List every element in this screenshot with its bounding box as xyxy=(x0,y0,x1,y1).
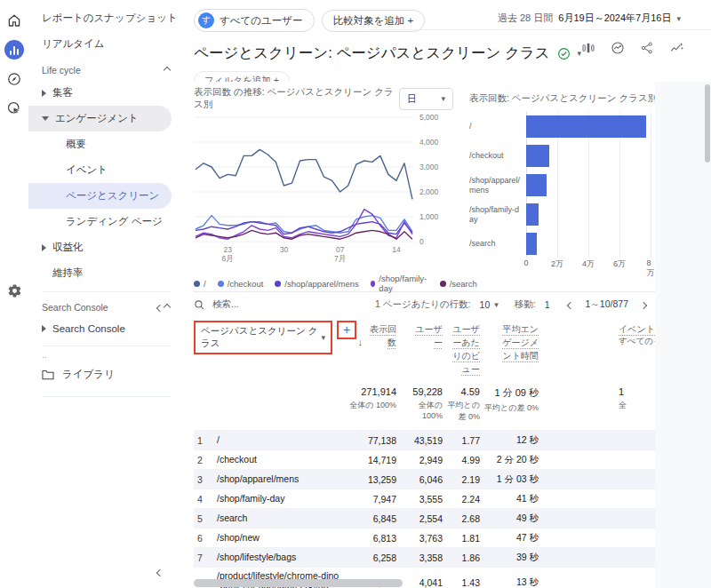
settings-gear-icon[interactable] xyxy=(4,281,24,300)
table-header: ページパスとスクリーン クラス▾ + ↓表示回数 ユーザー ユーザーあたりのビュ… xyxy=(194,317,655,430)
row-page-path: /checkout xyxy=(217,451,348,469)
column-header-views-per-user[interactable]: ユーザーあたりのビュー xyxy=(444,317,482,377)
goto-page-input[interactable]: 1 xyxy=(545,299,550,310)
svg-text:2,000: 2,000 xyxy=(419,187,439,196)
next-page-icon[interactable] xyxy=(637,298,650,312)
sidebar-ellipsis: .. xyxy=(28,348,182,362)
row-cell: 3 xyxy=(194,474,217,485)
sidebar-item-ページとスクリーン[interactable]: ページとスクリーン xyxy=(28,183,172,209)
column-header-events[interactable]: イベント数 すべてのイベント xyxy=(540,317,655,377)
row-cell: 3,555 xyxy=(398,494,444,505)
sidebar-item-ランディング-ページ[interactable]: ランディング ページ xyxy=(28,209,182,234)
sidebar-item-Search-Console[interactable]: Search Console xyxy=(28,317,182,340)
charts-row: 表示回数 の推移: ページパスとスクリーン クラス別 日 ▾ 01,0002,0… xyxy=(194,82,655,288)
bar-chart-axis: 02万4万6万8万 xyxy=(526,258,651,271)
svg-text:7月: 7月 xyxy=(334,254,346,263)
explore-icon[interactable] xyxy=(4,69,24,89)
annotation-red-box: ページパスとスクリーン クラス▾ xyxy=(194,321,332,354)
horizontal-scrollbar[interactable] xyxy=(194,579,403,587)
interval-value: 日 xyxy=(407,92,417,106)
legend-dot-icon xyxy=(371,281,376,287)
folder-icon xyxy=(42,369,54,380)
table-row[interactable]: 5/search6,8452,5542.6849 秒 xyxy=(194,508,655,528)
home-icon[interactable] xyxy=(4,11,24,30)
interval-select[interactable]: 日 ▾ xyxy=(399,88,453,110)
row-page-path: /shop/lifestyle/bags xyxy=(217,549,348,567)
table-row[interactable]: 6/shop/new6,8133,7631.8147 秒 xyxy=(194,528,655,547)
analytics-insights-sparkline-icon[interactable] xyxy=(669,41,684,59)
sidebar-item-維持率[interactable]: 維持率 xyxy=(28,260,182,286)
sidebar-item-realtime[interactable]: リアルタイム xyxy=(28,31,182,57)
column-header-users[interactable]: ユーザー xyxy=(398,317,444,377)
axis-tick-label: 4万 xyxy=(582,258,595,270)
bar-chart[interactable]: //checkout/shop/apparel/mens/shop/family… xyxy=(469,112,655,271)
row-cell: 39 秒 xyxy=(482,552,540,564)
sidebar-item-snapshot[interactable]: レポートのスナップショット xyxy=(28,5,182,31)
date-range-selector[interactable]: 過去 28 日間 6月19日～2024年7月16日 ▾ xyxy=(498,12,681,25)
row-cell: 3,358 xyxy=(398,552,444,563)
table-row[interactable]: 7/shop/lifestyle/bags6,2583,3581.8639 秒 xyxy=(194,547,655,567)
column-header-views[interactable]: ↓表示回数 xyxy=(348,317,398,377)
bar-label: / xyxy=(469,122,521,131)
row-page-path: /shop/family-day xyxy=(217,490,348,508)
share-icon[interactable] xyxy=(640,41,654,59)
sidebar-item-概要[interactable]: 概要 xyxy=(28,131,182,157)
bar[interactable] xyxy=(526,115,646,138)
advertising-icon[interactable] xyxy=(4,99,24,118)
comparison-bars-icon[interactable] xyxy=(581,41,595,59)
chevron-down-icon: ▾ xyxy=(321,333,325,342)
table-row[interactable]: 1/77,13843,5191.7712 秒 xyxy=(194,430,655,449)
sidebar-section-lifecycle[interactable]: Life cycle xyxy=(28,57,182,80)
sidebar-item-収益化[interactable]: 収益化 xyxy=(28,234,182,260)
row-cell: 1.86 xyxy=(444,552,482,563)
divider xyxy=(42,291,172,292)
row-cell: 41 秒 xyxy=(482,493,540,505)
sidebar-item-イベント[interactable]: イベント xyxy=(28,157,182,183)
bar-row[interactable]: /shop/apparel/mens xyxy=(469,171,655,200)
axis-tick-label: 6万 xyxy=(613,258,626,270)
reports-icon[interactable] xyxy=(4,40,24,60)
legend-item[interactable]: /checkout xyxy=(218,279,264,289)
legend-item[interactable]: /shop/apparel/mens xyxy=(275,279,358,289)
sidebar-collapse-button-bottom[interactable] xyxy=(154,563,166,581)
sidebar-item-library[interactable]: ライブラリ xyxy=(28,362,182,387)
bar[interactable] xyxy=(526,233,537,255)
bar-row[interactable]: /search xyxy=(469,229,655,258)
sidebar-item-集客[interactable]: 集客 xyxy=(28,80,182,106)
sidebar-item-エンゲージメント[interactable]: エンゲージメント xyxy=(28,106,172,131)
arrow-right-icon xyxy=(42,90,46,97)
row-cell: 6,258 xyxy=(348,552,398,563)
nav-rail xyxy=(0,0,28,588)
bar-chart-panel: 表示回数: ページパスとスクリーン クラス別 //checkout/shop/a… xyxy=(469,85,655,288)
column-header-engagement-time[interactable]: 平均エンゲージメント時間 xyxy=(482,317,540,377)
data-quality-check-icon[interactable] xyxy=(557,47,571,60)
row-cell: 13 秒 xyxy=(482,576,540,588)
vertical-scrollbar[interactable] xyxy=(705,84,710,163)
bar[interactable] xyxy=(526,174,547,196)
bar-row[interactable]: /checkout xyxy=(469,141,655,171)
legend-item[interactable]: /shop/family-day xyxy=(371,274,428,293)
legend-dot-icon xyxy=(194,281,200,287)
bar[interactable] xyxy=(526,203,539,226)
table-row[interactable]: 3/shop/apparel/mens13,2596,0462.191 分 03… xyxy=(194,469,655,489)
line-chart[interactable]: 01,0002,0003,0004,0005,000236月30077月14 xyxy=(194,112,457,268)
rows-per-page-select[interactable]: 10▾ xyxy=(480,299,499,310)
table-search-input[interactable]: 検索... xyxy=(194,298,375,311)
audience-chip[interactable]: す すべてのユーザー xyxy=(194,9,315,32)
svg-text:30: 30 xyxy=(280,245,289,254)
table-row[interactable]: 2/checkout14,7192,9494.992 分 20 秒 xyxy=(194,449,655,469)
bar-row[interactable]: /shop/family-day xyxy=(469,200,655,229)
bar-chart-title: 表示回数: ページパスとスクリーン クラス別 xyxy=(469,92,655,105)
previous-page-icon[interactable] xyxy=(564,298,577,312)
insights-gauge-icon[interactable] xyxy=(611,41,625,59)
table-row[interactable]: 4/shop/family-day7,9473,5552.2441 秒 xyxy=(194,489,655,508)
dimension-select[interactable]: ページパスとスクリーン クラス▾ xyxy=(196,322,331,353)
row-cell: 1.81 xyxy=(444,533,482,544)
bar[interactable] xyxy=(526,145,549,167)
bar-row[interactable]: / xyxy=(469,112,655,141)
row-cell: 2 xyxy=(194,455,217,465)
row-page-path: /shop/apparel/mens xyxy=(217,471,348,489)
add-comparison-chip[interactable]: 比較対象を追加 + xyxy=(322,10,426,32)
sidebar-collapse-button[interactable] xyxy=(154,298,166,316)
legend-item[interactable]: / xyxy=(194,279,206,289)
